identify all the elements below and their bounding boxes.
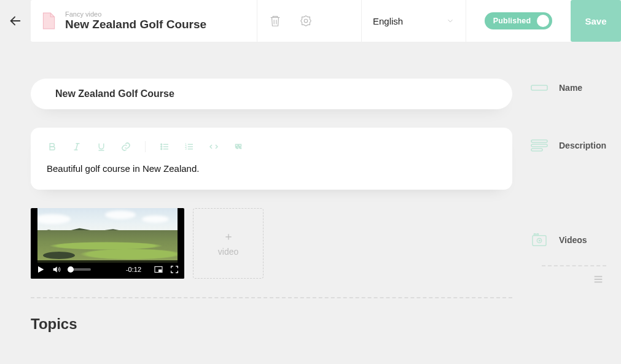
pip-icon [154,265,163,274]
add-video-button[interactable]: ＋ video [193,208,264,279]
editor-bold-button[interactable] [47,141,58,152]
svg-marker-21 [38,266,44,273]
video-preview-image [37,208,178,263]
text-field-icon [531,81,548,95]
editor-ul-button[interactable] [159,141,170,152]
label-row-videos: Videos [531,231,606,249]
section-divider [31,297,512,298]
code-icon [208,141,219,152]
trash-icon [268,14,282,28]
add-video-label: video [218,247,238,257]
document-icon [41,12,57,30]
video-play-button[interactable] [36,265,45,274]
video-controls: -0:12 [31,260,184,279]
name-field[interactable]: New Zealand Golf Course [31,79,512,109]
field-labels-column: Name Description Videos [531,79,621,333]
published-toggle[interactable]: Published [485,12,553,29]
video-pip-button[interactable] [154,265,163,274]
gear-icon [299,14,313,28]
name-value: New Zealand Golf Course [55,88,174,99]
toolbar-separator [145,141,146,152]
published-toggle-label: Published [493,17,531,25]
save-button[interactable]: Save [571,0,621,42]
topics-heading: Topics [31,316,512,333]
svg-rect-24 [158,269,162,272]
svg-rect-26 [531,140,547,142]
svg-rect-28 [531,149,542,151]
reorder-handle[interactable] [531,274,606,285]
italic-icon [71,141,82,152]
label-row-description: Description [531,136,606,155]
header-pretitle: Fancy video [65,10,206,18]
save-button-label: Save [585,16,606,26]
header-title-section: Fancy video New Zealand Golf Course [31,0,257,42]
header-card: Fancy video New Zealand Golf Course En [31,0,621,42]
svg-point-32 [534,233,536,235]
underline-icon [96,141,107,152]
editor-toolbar: 123 [47,141,496,152]
svg-marker-31 [539,239,541,242]
video-fullscreen-button[interactable] [170,265,179,274]
svg-point-9 [161,144,162,145]
bold-icon [47,141,58,152]
main: New Zealand Golf Course [0,42,621,333]
video-time-remaining: -0:12 [126,266,141,273]
header-actions [257,0,362,42]
svg-text:3: 3 [185,147,187,150]
video-icon [531,233,548,247]
videos-row: -0:12 ＋ video [31,208,512,279]
label-description: Description [559,141,606,150]
play-icon [36,265,45,274]
svg-marker-22 [53,266,57,272]
svg-point-33 [537,233,539,235]
svg-rect-25 [531,85,547,90]
header-title: New Zealand Golf Course [65,18,206,32]
quote-icon [233,141,244,152]
svg-point-11 [161,149,162,150]
volume-icon [52,265,61,274]
editor-underline-button[interactable] [96,141,107,152]
editor-code-button[interactable] [208,141,219,152]
editor-ol-button[interactable]: 123 [184,141,195,152]
paragraph-icon [531,139,548,152]
editor-link-button[interactable] [120,141,131,152]
list-ul-icon [159,141,170,152]
fullscreen-icon [170,265,179,274]
label-videos: Videos [559,235,587,245]
editor-italic-button[interactable] [71,141,82,152]
arrow-left-icon [9,14,22,28]
language-label: English [373,16,403,26]
settings-button[interactable] [299,14,313,28]
video-volume-button[interactable] [52,265,61,274]
video-thumbnail[interactable]: -0:12 [31,208,184,279]
toggle-knob [537,15,549,27]
delete-button[interactable] [268,14,282,28]
label-row-name: Name [531,79,606,97]
editor-quote-button[interactable] [233,141,244,152]
svg-line-7 [76,144,78,150]
svg-marker-3 [301,16,311,26]
editor-column: New Zealand Golf Course [31,79,512,333]
right-divider [542,265,606,266]
list-ol-icon: 123 [184,141,195,152]
description-field: 123 Beautiful golf course in New Zealand… [31,128,512,190]
lines-icon [593,274,604,285]
plus-icon: ＋ [223,231,234,242]
back-button[interactable] [0,0,31,42]
link-icon [120,141,131,152]
publish-section: Published [466,0,571,42]
svg-rect-27 [531,144,547,147]
video-progress-bar[interactable] [68,268,91,271]
chevron-down-icon [446,17,455,25]
description-value[interactable]: Beautiful golf course in New Zealand. [47,163,496,174]
header-bar: Fancy video New Zealand Golf Course En [0,0,621,42]
svg-point-10 [161,146,162,147]
svg-point-4 [304,19,308,23]
language-select[interactable]: English [362,0,466,42]
label-name: Name [559,83,582,93]
